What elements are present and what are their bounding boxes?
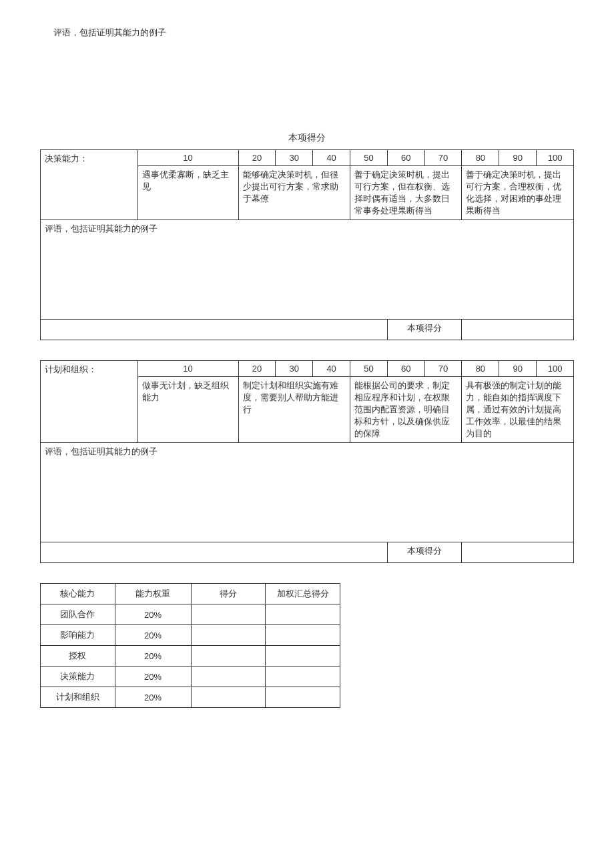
score-50: 50 [350,150,388,166]
score-blank [41,542,388,563]
summary-row-0: 团队合作 20% [41,604,340,625]
score-value[interactable] [462,542,574,563]
section1-title: 决策能力： [41,150,138,220]
score-10: 10 [137,150,238,166]
score-result-row: 本项得分 [41,542,574,563]
score-60: 60 [387,361,424,377]
score-40: 40 [313,361,350,377]
score-80: 80 [462,150,499,166]
score-70: 70 [424,361,462,377]
score-30: 30 [276,150,313,166]
summary-row-1: 影响能力 20% [41,625,340,646]
score-header: 本项得分 [40,132,574,144]
summary-score-4[interactable] [191,687,266,708]
summary-h3: 得分 [191,584,266,604]
summary-h1: 核心能力 [41,584,115,604]
score-70: 70 [424,150,462,166]
summary-weight-0: 20% [115,604,191,625]
score-40: 40 [313,150,350,166]
section1-level-2: 能够确定决策时机，但很少提出可行方案，常求助于幕僚 [238,166,350,220]
score-value[interactable] [462,320,574,340]
summary-weight-2: 20% [115,646,191,667]
score-100: 100 [537,150,574,166]
summary-row-3: 决策能力 20% [41,667,340,687]
score-50: 50 [350,361,388,377]
summary-weighted-2[interactable] [266,646,340,667]
summary-weighted-3[interactable] [266,667,340,687]
section2-title: 计划和组织： [41,361,138,443]
summary-name-0: 团队合作 [41,604,115,625]
score-30: 30 [276,361,313,377]
section2-level-2: 制定计划和组织实施有难度，需要别人帮助方能进行 [238,377,350,443]
summary-h2: 能力权重 [115,584,191,604]
score-blank [41,320,388,340]
summary-weighted-0[interactable] [266,604,340,625]
score-header-row: 计划和组织： 10 20 30 40 50 60 70 80 90 100 [41,361,574,377]
score-label: 本项得分 [387,320,462,340]
summary-weight-3: 20% [115,667,191,687]
comment-label: 评语，包括证明其能力的例子 [41,220,425,320]
top-comment-label: 评语，包括证明其能力的例子 [53,27,574,39]
summary-weighted-1[interactable] [266,625,340,646]
summary-name-1: 影响能力 [41,625,115,646]
plan-org-table: 计划和组织： 10 20 30 40 50 60 70 80 90 100 做事… [40,360,574,563]
summary-h4: 加权汇总得分 [266,584,340,604]
decision-ability-table: 决策能力： 10 20 30 40 50 60 70 80 90 100 遇事优… [40,149,574,340]
section1-level-1: 遇事优柔寡断，缺乏主见 [137,166,238,220]
section1-level-4: 善于确定决策时机，提出可行方案，合理权衡，优化选择，对困难的事处理果断得当 [462,166,574,220]
summary-score-0[interactable] [191,604,266,625]
section2-level-3: 能根据公司的要求，制定相应程序和计划，在权限范围内配置资源，明确目标和方针，以及… [350,377,462,443]
score-60: 60 [387,150,424,166]
score-100: 100 [537,361,574,377]
summary-name-3: 决策能力 [41,667,115,687]
summary-weight-1: 20% [115,625,191,646]
summary-name-4: 计划和组织 [41,687,115,708]
score-80: 80 [462,361,499,377]
summary-row-2: 授权 20% [41,646,340,667]
comment-label: 评语，包括证明其能力的例子 [41,443,574,542]
comment-area[interactable] [424,220,573,320]
summary-weight-4: 20% [115,687,191,708]
comment-row: 评语，包括证明其能力的例子 [41,443,574,542]
section1-level-3: 善于确定决策时机，提出可行方案，但在权衡、选择时偶有适当，大多数日常事务处理果断… [350,166,462,220]
score-label: 本项得分 [387,542,462,563]
score-90: 90 [499,150,537,166]
score-result-row: 本项得分 [41,320,574,340]
section2-level-1: 做事无计划，缺乏组织能力 [137,377,238,443]
summary-score-3[interactable] [191,667,266,687]
summary-weighted-4[interactable] [266,687,340,708]
summary-score-2[interactable] [191,646,266,667]
comment-row: 评语，包括证明其能力的例子 [41,220,574,320]
score-20: 20 [238,150,276,166]
summary-row-4: 计划和组织 20% [41,687,340,708]
summary-score-1[interactable] [191,625,266,646]
score-header-row: 决策能力： 10 20 30 40 50 60 70 80 90 100 [41,150,574,166]
score-90: 90 [499,361,537,377]
summary-table: 核心能力 能力权重 得分 加权汇总得分 团队合作 20% 影响能力 20% 授权… [40,583,340,708]
summary-name-2: 授权 [41,646,115,667]
score-10: 10 [137,361,238,377]
section2-level-4: 具有极强的制定计划的能力，能自如的指挥调度下属，通过有效的计划提高工作效率，以最… [462,377,574,443]
summary-header-row: 核心能力 能力权重 得分 加权汇总得分 [41,584,340,604]
score-20: 20 [238,361,276,377]
